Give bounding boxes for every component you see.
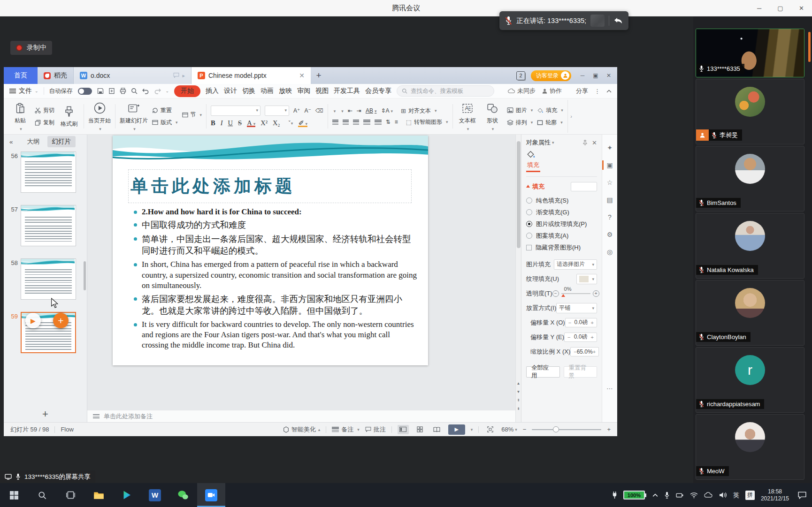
section-button[interactable]: 节 xyxy=(182,111,202,119)
reading-view-button[interactable] xyxy=(431,425,443,434)
menu-view[interactable]: 视图 xyxy=(315,87,329,95)
flow-mode-label[interactable]: Flow xyxy=(61,426,73,433)
checkbox-hide-background[interactable]: 隐藏背景图形(H) xyxy=(526,242,597,253)
add-slide-button[interactable]: + xyxy=(4,406,87,422)
increase-indent-button[interactable]: ⇥ xyxy=(357,107,361,114)
word-app-button[interactable]: W xyxy=(141,483,169,507)
window-count-badge[interactable]: 2 xyxy=(516,71,525,80)
assistant-icon[interactable]: ◎ xyxy=(602,248,617,256)
menu-devtools[interactable]: 开发工具 xyxy=(334,87,360,95)
share-button[interactable]: 分享 xyxy=(568,87,588,95)
reset-button[interactable]: 重置 xyxy=(152,106,178,114)
ime-pinyin-icon[interactable]: 拼 xyxy=(745,491,755,500)
align-left-icon[interactable] xyxy=(332,120,338,125)
decrease-font-button[interactable]: A⁻ xyxy=(304,107,311,114)
underline-button[interactable]: U xyxy=(228,119,233,127)
slide-body-text[interactable]: 2.How and how hard it is for China to su… xyxy=(142,207,418,353)
canvas-scrollbar-thumb[interactable] xyxy=(517,141,521,248)
strip-more-icon[interactable]: ⋯ xyxy=(602,385,617,392)
zoom-in-button[interactable]: + xyxy=(607,426,611,433)
stepper-plus-icon[interactable]: + xyxy=(591,320,594,325)
volume-icon[interactable] xyxy=(719,492,727,499)
tray-expand-icon[interactable] xyxy=(652,493,658,497)
slide-thumb-56[interactable]: 56 xyxy=(6,151,87,193)
shapes-button[interactable]: 形状 xyxy=(482,102,503,131)
distribute-icon[interactable] xyxy=(375,120,382,125)
arrange-button[interactable]: 排列 xyxy=(507,119,533,127)
autosave-toggle[interactable] xyxy=(78,88,92,95)
cut-button[interactable]: 剪切 xyxy=(35,106,54,114)
picture-button[interactable]: 图片 xyxy=(507,106,533,114)
command-search-input[interactable]: 查找命令、搜索模板 xyxy=(397,85,494,97)
radio-solid-fill[interactable]: 纯色填充(S) xyxy=(526,195,597,206)
menu-member[interactable]: 会员专享 xyxy=(365,87,391,95)
phonetic-guide-button[interactable]: 文̌ xyxy=(285,120,293,127)
slide-thumb-58[interactable]: 58 xyxy=(6,258,87,300)
action-center-icon[interactable] xyxy=(798,492,806,499)
media-app-button[interactable] xyxy=(113,483,141,507)
participant-tile[interactable]: r richardappiatsesam xyxy=(696,347,804,413)
notes-button[interactable]: 备注 xyxy=(332,425,360,434)
smart-beautify-button[interactable]: 智能美化▴ xyxy=(283,425,321,434)
zoom-slider-knob[interactable] xyxy=(553,426,559,432)
participant-tile[interactable]: Natalia Kowalska xyxy=(696,213,804,279)
notes-bar[interactable]: 单击此处添加备注 xyxy=(87,410,515,422)
transparency-marker[interactable] xyxy=(561,294,565,297)
comments-button[interactable]: 批注 xyxy=(365,425,386,434)
export-icon[interactable] xyxy=(108,88,115,94)
align-right-icon[interactable] xyxy=(353,120,359,125)
radio-picture-fill[interactable]: 图片或纹理填充(P) xyxy=(526,218,597,230)
settings-icon[interactable]: ⚙ xyxy=(602,231,617,238)
para-spacing-icon[interactable]: ≡ xyxy=(395,119,398,125)
tab-docer[interactable]: 稻壳 xyxy=(38,67,73,84)
textbox-button[interactable]: 文本框 xyxy=(457,102,478,131)
more-menu-icon[interactable]: ⋮ xyxy=(594,88,600,95)
tray-mic-icon[interactable] xyxy=(664,492,670,499)
pin-icon[interactable] xyxy=(582,140,588,146)
scroll-down-icon[interactable]: ▼ xyxy=(517,390,521,394)
radio-gradient-fill[interactable]: 渐变填充(G) xyxy=(526,206,597,218)
slideshow-play-button[interactable]: ▶ xyxy=(448,424,465,435)
file-menu[interactable]: 文件⌄ xyxy=(9,87,38,95)
clear-format-icon[interactable]: ⌫ xyxy=(315,107,323,114)
tab-outline[interactable]: 大纲 xyxy=(27,137,40,146)
zoom-level[interactable]: 68% xyxy=(501,426,517,433)
offset-x-stepper[interactable]: −0.0磅+ xyxy=(565,318,597,327)
outline-button[interactable]: 轮廓 xyxy=(537,119,563,127)
superscript-button[interactable]: X² xyxy=(260,119,268,127)
wps-close-icon[interactable]: ✕ xyxy=(603,70,614,81)
favorites-icon[interactable]: ☆ xyxy=(602,179,617,186)
battery-indicator[interactable]: 100% xyxy=(623,491,646,499)
slide-thumb-57[interactable]: 57 xyxy=(6,205,87,246)
strikethrough-button[interactable]: S xyxy=(238,119,242,127)
highlight-button[interactable]: ✐ xyxy=(298,119,307,127)
scroll-up-icon[interactable]: ▲ xyxy=(517,381,521,386)
menu-transition[interactable]: 切换 xyxy=(242,87,255,95)
play-options-icon[interactable]: ▾ xyxy=(471,427,473,432)
slide-sorter-button[interactable] xyxy=(414,425,426,434)
participant-tile[interactable]: MeoW xyxy=(696,414,804,480)
ribbon-overflow[interactable]: › xyxy=(567,100,575,133)
stepper-plus-icon[interactable]: + xyxy=(593,349,596,355)
transparency-minus-icon[interactable]: − xyxy=(552,290,559,297)
font-name-select[interactable] xyxy=(211,106,260,116)
fill-tab[interactable]: 填充 xyxy=(526,160,540,172)
properties-panel-icon[interactable]: ▣ xyxy=(602,161,617,169)
menu-design[interactable]: 设计 xyxy=(224,87,237,95)
prev-slide-icon[interactable]: ⇞ xyxy=(517,398,520,402)
collaborate-button[interactable]: 协作 xyxy=(542,87,562,95)
sync-status[interactable]: 未同步 xyxy=(508,87,536,95)
minimize-icon[interactable]: ─ xyxy=(749,0,770,16)
placement-select[interactable]: 平铺▾ xyxy=(556,303,597,313)
effects-icon[interactable]: ✦ xyxy=(602,144,617,151)
texture-fill-select[interactable]: ▾ xyxy=(576,274,597,284)
line-spacing-button[interactable]: ⇕A xyxy=(381,107,393,114)
decrease-indent-button[interactable]: ⇤ xyxy=(348,107,352,114)
play-from-page-button[interactable]: 当页开始 xyxy=(88,102,111,131)
maximize-icon[interactable]: ▢ xyxy=(770,0,791,16)
increase-font-button[interactable]: A⁺ xyxy=(293,107,300,114)
task-view-button[interactable] xyxy=(56,483,84,507)
start-button[interactable] xyxy=(0,483,28,507)
title-placeholder-box[interactable]: 单击此处添加标题 xyxy=(128,169,412,203)
stepper-plus-icon[interactable]: + xyxy=(591,334,594,340)
